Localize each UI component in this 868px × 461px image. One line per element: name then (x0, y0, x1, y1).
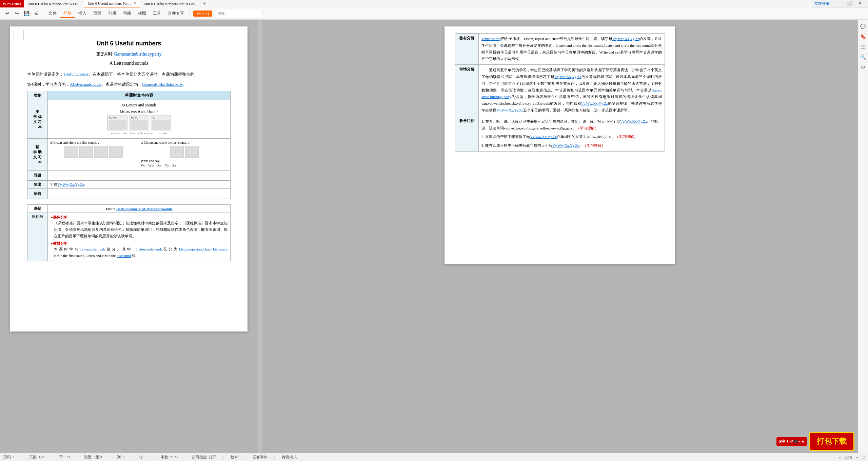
course-link1[interactable]: Usefulnumbers (116, 207, 141, 211)
svg-text:Vv Ww: Vv Ww (109, 117, 118, 120)
main-content: Unit 6 Useful numbers 第2课时 Gamesatthebir… (0, 20, 858, 453)
tab-3[interactable]: Unit 6 Useful numbers Part B Let... (140, 0, 200, 7)
last-sound-link[interactable]: lastsound (117, 254, 131, 258)
xueqing-para: 通过前五个单元的学习，学生们已经基场养了学习英语的兴趣并掌握了部分英语表达，并学… (481, 67, 662, 114)
row2-left: ⊙ Listen and circle the first sound. ♪ (50, 141, 137, 168)
letters-link-3[interactable]: Vv,Ww,Xx,Yy,Zz (581, 101, 608, 105)
listen-repeat-link[interactable]: Listen,repeatandchant (179, 247, 212, 251)
writeand-link[interactable]: Writeand say (481, 37, 501, 41)
sep-2 (190, 10, 190, 17)
left-panel: Unit 6 Useful numbers 第2课时 Gamesatthebir… (0, 20, 258, 453)
new-tab-button[interactable]: + (200, 0, 209, 7)
tab-1[interactable]: Unit 6 Useful numbers Part A Let... (24, 0, 84, 7)
useful-numbers-link[interactable]: Usefulnumbers (64, 72, 88, 77)
circle-first: ⊙ Listen and circle the first sound. ♪ (50, 141, 137, 144)
course-table: 课题 Unit 6 Usefulnumbers ALettersandsound… (27, 204, 231, 261)
bullet-standards: ●课标分析 (51, 215, 228, 220)
status-size: 设置: 3厘米 (84, 455, 103, 460)
maximize-button[interactable]: ⬜ (844, 1, 854, 7)
menu-group: ↩ ↪ 💾 🖨 (3, 9, 41, 18)
tab-2-label: Unit 6 Useful numbers Part ... (87, 1, 132, 5)
write-say: Write and say. (141, 159, 228, 163)
tab-2-close[interactable]: ✕ (134, 1, 136, 5)
games-link[interactable]: Gamesatthebirthdayparty (114, 52, 162, 57)
menu-combine[interactable]: 合并专享 (164, 9, 188, 18)
menu-insert[interactable]: 插入 (75, 9, 90, 18)
sidebar-comment-icon[interactable]: 💬 (859, 22, 867, 31)
login-button[interactable]: 立即登录 (814, 1, 829, 6)
lesson-number: 第2课时 (96, 52, 113, 57)
games-topic-link[interactable]: Gamesatthebirthdayparty (142, 82, 183, 87)
menu-file[interactable]: 文件 (45, 9, 60, 18)
status-words: 字数: 3123 (161, 455, 178, 460)
panel-handle[interactable]: ⋮ (258, 20, 262, 453)
row3-label: 预设 (27, 171, 48, 181)
zoom-out-btn[interactable]: − (839, 455, 841, 459)
menu-home[interactable]: 开始 (60, 9, 75, 18)
status-row: 行: 3 (139, 455, 146, 460)
course-link2[interactable]: ALettersandsounds (141, 207, 173, 211)
letters-sounds-link2[interactable]: Lettersandsounds (79, 247, 105, 251)
menu-review[interactable]: 审阅 (120, 9, 135, 18)
output-letters[interactable]: Vv,Ww,Xx,Yy,Zz (57, 182, 84, 186)
toolbar-undo[interactable]: ↩ (3, 9, 12, 18)
listen-repeat: Listen, repeat and chant ♪ (120, 109, 158, 113)
bullet-material: ●教材分析 (51, 241, 228, 246)
col2-header: 单课时文本内容 (48, 91, 231, 100)
menu-references[interactable]: 引用 (105, 9, 120, 18)
close-button[interactable]: ✕ (855, 1, 865, 7)
svg-text:Zz: Zz (153, 117, 156, 120)
row4-content: 字母Vv,Ww,Xx,Yy,Zz。 (48, 181, 231, 189)
download-button[interactable]: 打包下载 (809, 432, 854, 451)
sidebar-nav-icon[interactable]: ☰ (859, 43, 867, 51)
wps-ai-button[interactable]: WPS AI (193, 11, 212, 17)
row1-label-sub2: 文 习 (33, 119, 42, 124)
letters-link-2[interactable]: Vv,Ww,Xx,Yy,Zz (554, 75, 581, 79)
course-col2-header: Unit 6 Usefulnumbers ALettersandsounds (48, 205, 231, 213)
sidebar-settings-icon[interactable]: ⚙ (859, 63, 867, 71)
sidebar-bookmark-icon[interactable]: 🔖 (859, 33, 867, 41)
para1-text1: 本单元的话题定为： (27, 72, 64, 77)
sidebar-search-icon[interactable]: 🔍 (859, 53, 867, 61)
row1-label-main: 主 (36, 109, 39, 114)
listen-circle-link[interactable]: Listenand (213, 247, 228, 251)
tabs-bar: Unit 6 Useful numbers Part A Let... Unit… (24, 0, 812, 7)
letters-sounds-title: ⊙ Letters and sounds (122, 103, 157, 108)
topbar: WPS Office Unit 6 Useful numbers Part A … (0, 0, 868, 7)
row5-label: 语言 (27, 189, 48, 199)
img-sm-4 (109, 146, 123, 158)
letters-link-4[interactable]: Vv,Ww,Xx,Yy,Zz (496, 108, 523, 112)
status-page-total: 页数: 1/11 (29, 455, 45, 460)
wps-logo-text: WPS Office (3, 2, 21, 6)
letters-goal1[interactable]: Vv,Ww,Xx,Yy,Zz (620, 119, 647, 123)
standards-label: 课标与 (27, 213, 48, 261)
tab-2[interactable]: Unit 6 Useful numbers Part ... ✕ (84, 0, 140, 7)
letters-goal2[interactable]: Vv,Ww,Xx,Yy,Zz (530, 135, 557, 139)
img-zz-svg: Zz (151, 115, 171, 131)
row4-label: 输出 (27, 181, 48, 189)
row5-content (48, 189, 231, 199)
games-link2[interactable]: Games arthe birthday party (481, 88, 662, 99)
toolbar-print[interactable]: 🖨 (31, 9, 41, 18)
goal3: 3. 能在四线三格中正确书写新字母的大小写Vv,Ww,Xx,Yy,Zz。（学习理… (481, 142, 662, 149)
letters-link-1[interactable]: Vv,Ww,Xx,Yy,Zz (612, 37, 639, 41)
toolbar-redo[interactable]: ↪ (12, 9, 22, 18)
xueqing-content: 通过前五个单元的学习，学生们已经基场养了学习英语的兴趣并掌握了部分英语表达，并学… (479, 65, 665, 116)
menu-tools[interactable]: 工具 (150, 9, 164, 18)
toolbar-save[interactable]: 💾 (22, 9, 31, 18)
image-labels: van vet win box yellow yo-yo zip quiz (111, 131, 167, 136)
zoom-in-btn[interactable]: + (856, 455, 858, 459)
goal2-tag: （学习理解） (615, 135, 637, 139)
minimize-button[interactable]: — (833, 1, 844, 7)
letters-sounds-link3[interactable]: Lettersandsounds (136, 247, 162, 251)
svg-rect-8 (152, 120, 170, 130)
output-text: 字母 (50, 182, 57, 186)
letters-sounds-link1[interactable]: ALettersandsounds (70, 82, 101, 87)
statusbar-right: − 110% + ⊞ (839, 455, 865, 459)
search-input[interactable] (215, 10, 262, 17)
menu-page[interactable]: 页面 (90, 9, 105, 18)
menu-view[interactable]: 视图 (135, 9, 150, 18)
content-table-1: 类别 单课时文本内容 主 学 体 文 习 本 ⊙ Let (27, 91, 231, 199)
letters-goal3[interactable]: Vv,Ww,Xx,Yy,Zz (552, 143, 579, 147)
view-mode-btn[interactable]: ⊞ (862, 455, 865, 459)
